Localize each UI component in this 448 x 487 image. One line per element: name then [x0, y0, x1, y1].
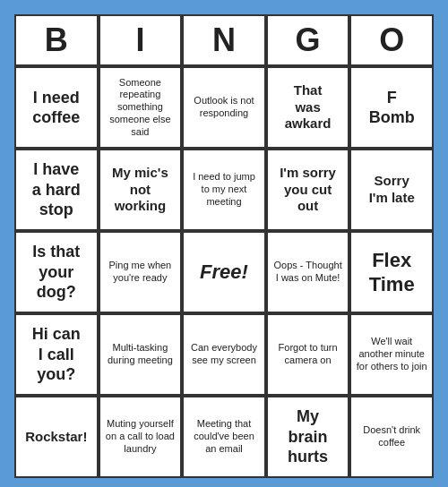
- cell-r5c4[interactable]: Mybrainhurts: [266, 396, 350, 478]
- cell-r3c2[interactable]: Ping me when you're ready: [99, 231, 183, 313]
- header-g: G: [266, 14, 350, 66]
- cell-r2c4[interactable]: I'm sorryyou cutout: [266, 149, 350, 231]
- cell-r5c3[interactable]: Meeting that could've been an email: [182, 396, 266, 478]
- header-i: I: [99, 14, 183, 66]
- cell-r2c5[interactable]: SorryI'm late: [349, 149, 434, 231]
- cell-r2c2[interactable]: My mic'snotworking: [99, 149, 183, 231]
- cell-r4c5[interactable]: We'll wait another minute for others to …: [349, 313, 434, 396]
- cell-r3c4[interactable]: Oops - Thought I was on Mute!: [266, 231, 350, 313]
- cell-r5c1[interactable]: Rockstar!: [14, 396, 99, 478]
- cell-r4c3[interactable]: Can everybody see my screen: [182, 313, 266, 396]
- cell-r1c1[interactable]: I needcoffee: [14, 66, 99, 149]
- cell-r4c1[interactable]: Hi canI callyou?: [14, 313, 99, 396]
- cell-r3c1[interactable]: Is thatyourdog?: [14, 231, 99, 313]
- cell-r4c4[interactable]: Forgot to turn camera on: [266, 313, 350, 396]
- cell-r1c3[interactable]: Outlook is not responding: [182, 66, 266, 149]
- header-o: O: [349, 14, 434, 66]
- cell-r1c2[interactable]: Someone repeating something someone else…: [99, 66, 183, 149]
- bingo-card: B I N G O I needcoffee Someone repeating…: [7, 7, 441, 480]
- cell-r5c5[interactable]: Doesn't drink coffee: [349, 396, 434, 478]
- cell-free[interactable]: Free!: [182, 231, 266, 313]
- header-b: B: [14, 14, 99, 66]
- cell-r2c1[interactable]: I havea hardstop: [14, 149, 99, 231]
- cell-r1c4[interactable]: Thatwasawkard: [266, 66, 350, 149]
- cell-r4c2[interactable]: Multi-tasking during meeting: [99, 313, 183, 396]
- cell-r3c5[interactable]: FlexTime: [349, 231, 434, 313]
- cell-r2c3[interactable]: I need to jump to my next meeting: [182, 149, 266, 231]
- bingo-header: B I N G O: [14, 14, 434, 66]
- header-n: N: [182, 14, 266, 66]
- cell-r1c5[interactable]: FBomb: [349, 66, 434, 149]
- bingo-grid: I needcoffee Someone repeating something…: [14, 66, 434, 478]
- cell-r5c2[interactable]: Muting yourself on a call to load laundr…: [99, 396, 183, 478]
